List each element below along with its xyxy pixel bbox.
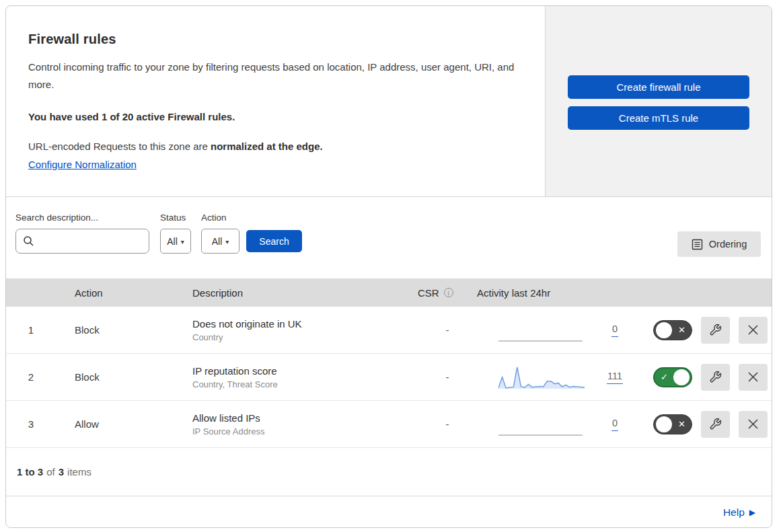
chevron-down-icon: ▾ (225, 238, 229, 245)
table-row: 1 Block Does not originate in UK Country… (6, 307, 772, 354)
table-header: Action Description CSR i Activity last 2… (6, 278, 772, 307)
toggle-knob (656, 416, 672, 432)
total-count: 3 (59, 466, 64, 478)
row-description-cell: Does not originate in UK Country (192, 318, 418, 342)
status-value: All (167, 236, 178, 247)
row-fields: Country (192, 332, 418, 342)
row-description: Does not originate in UK (192, 318, 418, 330)
row-action: Block (75, 371, 192, 383)
search-icon (23, 235, 34, 247)
of-text: of (46, 466, 55, 478)
search-input[interactable] (15, 229, 149, 254)
help-label: Help (723, 506, 745, 519)
toggle-knob (673, 369, 690, 385)
list-icon (692, 239, 703, 250)
row-description: IP reputation score (192, 365, 418, 377)
header-section: Firewall rules Control incoming traffic … (6, 6, 772, 197)
page-title: Firewall rules (28, 32, 518, 47)
help-bar: Help ▶ (6, 496, 772, 528)
close-icon (747, 324, 759, 336)
enable-toggle[interactable]: ✕ (653, 320, 692, 340)
delete-rule-button[interactable] (739, 411, 768, 438)
edit-rule-button[interactable] (701, 317, 730, 344)
create-mtls-rule-button[interactable]: Create mTLS rule (568, 106, 749, 130)
firewall-rules-card: Firewall rules Control incoming traffic … (5, 5, 772, 528)
status-filter: Status All ▾ (160, 213, 191, 254)
close-icon (747, 418, 759, 430)
row-fields: Country, Threat Score (192, 379, 418, 389)
normalization-note: URL-encoded Requests to this zone are no… (28, 141, 518, 152)
row-csr: - (418, 418, 477, 430)
table-body: 1 Block Does not originate in UK Country… (6, 307, 772, 448)
column-action: Action (75, 287, 192, 299)
row-controls: ✕ (635, 411, 772, 438)
activity-sparkline (498, 365, 585, 390)
info-icon[interactable]: i (444, 288, 453, 297)
activity-sparkline (498, 412, 585, 437)
row-index: 1 (6, 324, 75, 336)
activity-cell (477, 317, 595, 343)
edit-rule-button[interactable] (701, 364, 730, 391)
action-dropdown[interactable]: All ▾ (201, 229, 239, 254)
status-label: Status (160, 213, 191, 223)
enable-toggle[interactable]: ✓ (653, 367, 692, 387)
page-description: Control incoming traffic to your zone by… (28, 59, 518, 93)
search-button[interactable]: Search (246, 230, 302, 252)
activity-count-link[interactable]: 0 (611, 418, 618, 431)
activity-count-link[interactable]: 0 (611, 324, 618, 337)
action-value: All (212, 236, 223, 247)
normalization-text: URL-encoded Requests to this zone are (28, 141, 211, 152)
delete-rule-button[interactable] (739, 364, 768, 391)
range-text: 1 to 3 (17, 466, 43, 478)
row-controls: ✓ (635, 364, 772, 391)
ordering-button[interactable]: Ordering (677, 231, 761, 257)
filter-bar: Search description... Status All ▾ Actio… (6, 197, 772, 278)
wrench-icon (709, 371, 722, 383)
configure-normalization-link[interactable]: Configure Normalization (28, 159, 137, 170)
status-dropdown[interactable]: All ▾ (160, 229, 191, 254)
check-icon: ✓ (661, 372, 668, 382)
activity-sparkline (498, 317, 585, 343)
x-icon: ✕ (678, 419, 685, 429)
row-index: 2 (6, 371, 75, 383)
header-text-block: Firewall rules Control incoming traffic … (6, 6, 545, 196)
row-action: Allow (75, 418, 192, 430)
column-csr: CSR i (418, 287, 477, 299)
table-row: 2 Block IP reputation score Country, Thr… (6, 354, 772, 401)
row-action: Block (75, 324, 192, 336)
arrow-right-icon: ▶ (749, 508, 755, 517)
header-actions-panel: Create firewall rule Create mTLS rule (545, 6, 772, 196)
x-icon: ✕ (678, 325, 685, 335)
activity-cell (477, 365, 595, 390)
row-description-cell: IP reputation score Country, Threat Scor… (192, 365, 418, 389)
row-csr: - (418, 324, 477, 336)
action-filter: Action All ▾ (201, 213, 239, 254)
row-fields: IP Source Address (192, 426, 418, 436)
wrench-icon (709, 418, 722, 430)
help-link[interactable]: Help ▶ (723, 506, 755, 519)
row-csr: - (418, 371, 477, 383)
wrench-icon (709, 324, 722, 336)
row-controls: ✕ (635, 317, 772, 344)
normalization-bold: normalized at the edge. (211, 141, 323, 152)
chevron-down-icon: ▾ (181, 238, 184, 245)
activity-count-link[interactable]: 111 (607, 371, 623, 384)
row-index: 3 (6, 418, 75, 430)
column-description: Description (192, 287, 418, 299)
row-description: Allow listed IPs (192, 412, 418, 424)
search-field: Search description... (15, 213, 149, 254)
ordering-label: Ordering (709, 239, 747, 250)
toggle-knob (656, 322, 672, 338)
enable-toggle[interactable]: ✕ (653, 414, 692, 434)
close-icon (747, 371, 759, 383)
table-row: 3 Allow Allow listed IPs IP Source Addre… (6, 401, 772, 448)
delete-rule-button[interactable] (739, 317, 768, 344)
edit-rule-button[interactable] (701, 411, 730, 438)
items-text: items (67, 466, 91, 478)
create-firewall-rule-button[interactable]: Create firewall rule (568, 75, 749, 99)
column-activity: Activity last 24hr (477, 287, 595, 299)
action-label: Action (201, 213, 239, 223)
row-description-cell: Allow listed IPs IP Source Address (192, 412, 418, 436)
activity-cell (477, 412, 595, 437)
usage-note: You have used 1 of 20 active Firewall ru… (28, 111, 518, 122)
